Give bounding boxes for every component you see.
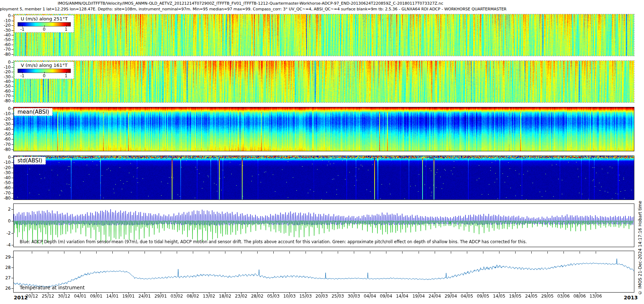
y-tickmark — [11, 40, 14, 40]
panel-depth-variation: Blue: ADCP Depth (m) variation from sens… — [14, 204, 634, 247]
y-tick-label: -30 — [0, 122, 11, 126]
y-tickmark — [11, 67, 14, 68]
y-tick-label: -60 — [0, 186, 11, 190]
y-tick-label: -20 — [0, 23, 11, 28]
y-tickmark — [11, 149, 14, 150]
x-tick-label: 29/04 — [445, 294, 457, 299]
x-tick-label: 20/12 — [26, 294, 38, 299]
v-colorbar-legend: V (m/s) along 161°T -1 0 1 — [14, 62, 74, 79]
x-tick-label: 29/05 — [541, 294, 554, 299]
x-tick-label: 20/03 — [316, 294, 328, 299]
mean-absi-label: mean(ABSI) — [14, 108, 53, 116]
x-tickmark — [306, 251, 306, 254]
x-tickmark — [435, 251, 435, 254]
mean-absi-heatmap-canvas — [14, 107, 634, 151]
panel-u-velocity: U (m/s) along 251°T -1 0 1 — [14, 14, 634, 56]
y-tick-label: -80 — [0, 147, 11, 152]
y-tickmark — [11, 25, 14, 26]
std-absi-label: std(ABSI) — [14, 157, 46, 165]
x-tick-label: 15/03 — [299, 294, 312, 299]
x-tick-label: 04/05 — [461, 294, 473, 299]
y-tick-label: 26 — [0, 286, 11, 290]
x-tick-label: 18/02 — [219, 294, 231, 299]
x-tick-label: 19/05 — [509, 294, 522, 299]
y-tickmark — [11, 82, 14, 82]
y-tickmark — [11, 91, 14, 92]
x-tick-label: 10/03 — [283, 294, 296, 299]
x-tick-label: 24/05 — [525, 294, 538, 299]
y-tick-label: -30 — [0, 28, 11, 33]
x-tick-label: 25/03 — [332, 294, 344, 299]
x-tickmark — [193, 251, 193, 254]
x-tickmark — [112, 251, 113, 254]
y-tick-label: 28 — [0, 265, 11, 270]
y-tickmark — [11, 221, 14, 221]
x-tickmark — [419, 251, 419, 254]
v-velocity-heatmap-canvas — [14, 61, 634, 102]
v-colorbar-tick-min: -1 — [20, 73, 24, 78]
y-tickmark — [11, 168, 14, 168]
x-tick-label: 14/01 — [106, 294, 119, 299]
y-tick-label: -2 — [0, 231, 11, 235]
y-tickmark — [11, 16, 14, 16]
v-colorbar-tick-max: 1 — [65, 73, 67, 78]
v-colorbar-tick-mid: 0 — [43, 73, 45, 78]
y-tick-label: -40 — [0, 127, 11, 131]
x-tickmark — [32, 251, 32, 254]
x-tickmark — [48, 251, 48, 254]
x-tickmark — [128, 251, 129, 254]
y-tickmark — [11, 119, 14, 119]
y-tick-label: -10 — [0, 65, 11, 69]
x-tickmark — [273, 251, 274, 254]
x-tickmark — [499, 251, 499, 254]
y-tick-label: -50 — [0, 84, 11, 88]
figure-title-line2: Deployment 5, member 1 lat=12.29S lon=12… — [0, 7, 507, 11]
y-tickmark — [11, 157, 14, 158]
x-tickmark — [209, 251, 209, 254]
y-tickmark — [11, 124, 14, 124]
x-tickmark — [483, 251, 483, 254]
x-tickmark — [257, 251, 258, 254]
x-tickmark — [451, 251, 451, 254]
y-tickmark — [11, 49, 14, 50]
y-tickmark — [11, 129, 14, 129]
y-tickmark — [11, 45, 14, 45]
x-tickmark — [338, 251, 338, 254]
y-tick-label: -80 — [0, 99, 11, 103]
x-tick-label: 23/02 — [235, 294, 248, 299]
x-tickmark — [177, 251, 177, 254]
x-tick-label: 14/04 — [396, 294, 409, 299]
figure-title-line1: IMOS/ANMN/QLD/ITFFTB/Velocity/IMOS_ANMN-… — [58, 1, 443, 6]
x-tickmark — [564, 251, 564, 254]
imos-watermark: © IMOS 21-Dec-2024 14:17:16 Hobart time — [638, 181, 643, 295]
y-tickmark — [11, 114, 14, 114]
y-tick-label: -40 — [0, 33, 11, 37]
y-tick-label: -70 — [0, 47, 11, 52]
y-tickmark — [11, 54, 14, 55]
y-tick-label: -70 — [0, 94, 11, 98]
y-tickmark — [11, 62, 14, 63]
x-tickmark — [322, 251, 322, 254]
u-velocity-heatmap-canvas — [14, 14, 634, 56]
x-tickmark — [289, 251, 290, 254]
y-tickmark — [11, 72, 14, 72]
y-tickmark — [11, 268, 14, 268]
x-tickmark — [531, 251, 532, 254]
y-tick-label: 2 — [0, 207, 11, 211]
y-tick-label: 27 — [0, 276, 11, 280]
y-tickmark — [11, 173, 14, 173]
y-tick-label: -50 — [0, 132, 11, 136]
x-tickmark — [96, 251, 97, 254]
x-tickmark — [241, 251, 241, 254]
x-axis-year-2013: 2013 — [624, 295, 638, 300]
y-tickmark — [11, 183, 14, 183]
y-tickmark — [11, 162, 14, 163]
panel-mean-absi: mean(ABSI) — [14, 107, 634, 151]
y-tick-label: -10 — [0, 112, 11, 116]
x-tick-label: 19/01 — [122, 294, 135, 299]
y-tick-label: -30 — [0, 171, 11, 175]
y-tick-label: -10 — [0, 19, 11, 23]
x-tick-label: 03/02 — [171, 294, 183, 299]
y-tick-label: -30 — [0, 75, 11, 79]
panel-temperature: Temperature at instrument — [14, 251, 634, 292]
